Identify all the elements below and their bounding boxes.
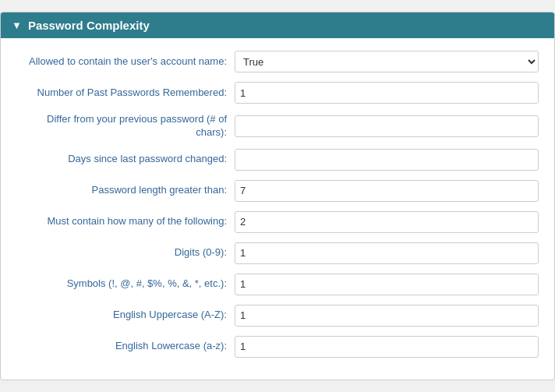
- form-row: Digits (0-9):: [16, 242, 539, 264]
- label-differ-chars: Differ from your previous password (# of…: [16, 113, 235, 139]
- form-row: English Uppercase (A-Z):: [16, 305, 539, 327]
- field-container-lowercase: [235, 336, 539, 358]
- password-complexity-panel: ▼ Password Complexity Allowed to contain…: [0, 12, 555, 380]
- form-row: Number of Past Passwords Remembered:: [16, 82, 539, 104]
- field-container-uppercase: [235, 305, 539, 327]
- field-container-differ-chars: [235, 115, 539, 137]
- input-past-passwords[interactable]: [235, 82, 539, 104]
- input-days-since-changed[interactable]: [235, 149, 539, 171]
- input-uppercase[interactable]: [235, 305, 539, 327]
- field-container-digits: [235, 242, 539, 264]
- label-digits: Digits (0-9):: [16, 246, 235, 260]
- input-must-contain[interactable]: [235, 211, 539, 233]
- field-container-must-contain: [235, 211, 539, 233]
- label-must-contain: Must contain how many of the following:: [16, 215, 235, 228]
- form-row: English Lowercase (a-z):: [16, 336, 539, 358]
- label-symbols: Symbols (!, @, #, $%, %, &, *, etc.):: [16, 277, 235, 291]
- panel-title: Password Complexity: [28, 19, 150, 32]
- field-container-days-since-changed: [235, 149, 539, 171]
- label-password-length: Password length greater than:: [16, 184, 235, 197]
- input-digits[interactable]: [235, 242, 539, 264]
- field-container-symbols: [235, 274, 539, 295]
- form-row: Days since last password changed:: [16, 149, 539, 171]
- panel-header: ▼ Password Complexity: [1, 12, 554, 38]
- label-account-name: Allowed to contain the user's account na…: [16, 55, 235, 69]
- field-container-past-passwords: [235, 82, 539, 104]
- field-container-account-name: TrueFalse: [235, 51, 539, 72]
- form-row: Allowed to contain the user's account na…: [16, 51, 539, 72]
- select-account-name[interactable]: TrueFalse: [235, 51, 539, 72]
- label-uppercase: English Uppercase (A-Z):: [16, 309, 235, 322]
- form-row: Must contain how many of the following:: [16, 211, 539, 233]
- label-lowercase: English Lowercase (a-z):: [16, 340, 235, 353]
- panel-body: Allowed to contain the user's account na…: [1, 38, 554, 380]
- chevron-icon: ▼: [12, 19, 22, 31]
- form-row: Password length greater than:: [16, 180, 539, 202]
- form-row: Symbols (!, @, #, $%, %, &, *, etc.):: [16, 274, 539, 295]
- input-password-length[interactable]: [235, 180, 539, 202]
- label-days-since-changed: Days since last password changed:: [16, 153, 235, 166]
- label-past-passwords: Number of Past Passwords Remembered:: [16, 87, 235, 100]
- input-differ-chars[interactable]: [235, 115, 539, 137]
- input-lowercase[interactable]: [235, 336, 539, 358]
- input-symbols[interactable]: [235, 274, 539, 295]
- field-container-password-length: [235, 180, 539, 202]
- form-row: Differ from your previous password (# of…: [16, 113, 539, 139]
